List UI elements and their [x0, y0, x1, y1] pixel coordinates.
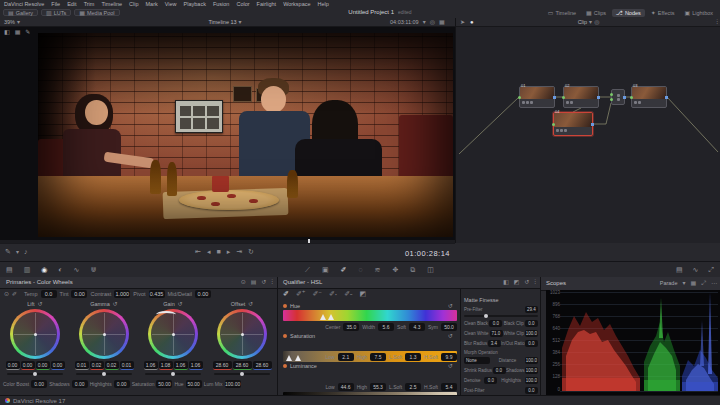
camera-raw-icon[interactable]: ▤	[6, 266, 13, 273]
reset-icon[interactable]: ↺	[448, 333, 453, 339]
reset-icon[interactable]: ↺	[178, 301, 183, 307]
menu-playback[interactable]: Playback	[184, 1, 206, 7]
panel-toggle-clips[interactable]: ▦ Clips	[582, 9, 610, 17]
node-view-mode[interactable]: Clip	[578, 19, 587, 25]
bars-mode-icon[interactable]: ▤	[251, 279, 257, 285]
panel-toggle-lightbox[interactable]: ▣ Lightbox	[681, 9, 717, 17]
sizing-icon[interactable]: ⧉	[410, 266, 415, 273]
gamma-b-value[interactable]: 0.01	[120, 361, 134, 370]
offset-master-slider[interactable]	[214, 373, 270, 375]
gear-icon[interactable]: ⊙	[241, 279, 246, 285]
menu-workspace[interactable]: Workspace	[283, 1, 310, 7]
offset-b-value[interactable]: 28.60	[253, 361, 272, 370]
lift-y-value[interactable]: 0.00	[6, 361, 20, 370]
node-02[interactable]: 02	[563, 86, 599, 108]
gain-y-value[interactable]: 1.06	[144, 361, 158, 370]
qualifier-icon[interactable]: ✐	[341, 266, 347, 273]
menu-color[interactable]: Color	[236, 1, 249, 7]
more-icon[interactable]: ⫶	[534, 279, 536, 285]
viewer-mini-timecode[interactable]: 04:03:11:09	[390, 19, 419, 25]
step-forward-button[interactable]: ▸	[227, 248, 231, 255]
menu-timeline[interactable]: Timeline	[101, 1, 122, 7]
shrink-radius-value[interactable]: 0.0	[493, 367, 506, 374]
color-warper-icon[interactable]: ⋓	[90, 266, 96, 273]
shadows-value[interactable]: 0.00	[72, 380, 88, 388]
lift-wheel[interactable]	[10, 309, 60, 359]
sat-lsoft-value[interactable]: 1.3	[405, 353, 421, 361]
expand-icon[interactable]: ⤢	[701, 280, 706, 286]
layout-icon[interactable]: ▦	[691, 280, 697, 286]
dot-icon[interactable]: ●	[470, 19, 474, 25]
menu-fairlight[interactable]: Fairlight	[257, 1, 277, 7]
menu-clip[interactable]: Clip	[129, 1, 138, 7]
gain-master-slider[interactable]	[145, 373, 201, 375]
jump-end-button[interactable]: ⇥	[236, 248, 242, 255]
chevron-down-icon[interactable]: ▾	[17, 19, 20, 25]
hue-sym-value[interactable]: 50.0	[441, 323, 457, 331]
luts-button[interactable]: ▥ LUTs	[41, 9, 71, 16]
stereo-icon[interactable]: ◫	[427, 266, 434, 273]
jump-start-button[interactable]: ⇤	[195, 248, 201, 255]
mid-detail-value[interactable]: 0.00	[195, 290, 211, 298]
loupe-icon[interactable]: ◎	[594, 19, 599, 25]
lift-master-slider[interactable]	[7, 373, 63, 375]
highlight-icon[interactable]: ✎	[25, 29, 30, 35]
panel-toggle-timeline[interactable]: ▭ Timeline	[544, 9, 580, 17]
curves-icon[interactable]: ∿	[74, 266, 80, 273]
layer-mixer-node[interactable]	[611, 89, 625, 105]
clean-black-value[interactable]: 0.0	[489, 320, 502, 327]
auto-balance-icon[interactable]: ⊙	[4, 291, 9, 297]
node-03[interactable]: 03	[631, 86, 667, 108]
softness-add-icon[interactable]: ✐˖	[329, 290, 337, 297]
split-view-icon[interactable]: ▦	[15, 29, 21, 35]
video-frame[interactable]	[38, 33, 453, 237]
unmix-icon[interactable]: ◧	[4, 29, 10, 35]
hdr-icon[interactable]: ◐	[58, 266, 62, 273]
lift-b-value[interactable]: 0.00	[51, 361, 65, 370]
menu-mark[interactable]: Mark	[146, 1, 158, 7]
media-pool-button[interactable]: ▦ Media Pool	[74, 9, 119, 16]
menu-fusion[interactable]: Fusion	[213, 1, 230, 7]
pre-filter-slider[interactable]	[464, 315, 538, 317]
blur-radius-value[interactable]: 3.4	[488, 340, 501, 347]
parade-scope[interactable]: 1023 896 768 640 512 384 256 128 0	[546, 290, 720, 395]
scope-mode-dropdown[interactable]: Parade	[660, 280, 678, 286]
reset-icon[interactable]: ↺	[248, 301, 253, 307]
color-wheels-icon[interactable]: ◉	[41, 266, 47, 273]
gamma-g-value[interactable]: 0.02	[105, 361, 119, 370]
gamma-master-slider[interactable]	[76, 373, 132, 375]
contrast-value[interactable]: 1.000	[114, 290, 130, 298]
hue-value[interactable]: 50.00	[186, 380, 202, 388]
post-filter-value[interactable]: 0.0	[525, 387, 538, 394]
highlight-icon[interactable]: ◧	[503, 279, 509, 285]
sat-high-value[interactable]: 7.5	[370, 353, 386, 361]
chevron-down-icon[interactable]: ▾	[16, 249, 19, 255]
lum-lsoft-value[interactable]: 2.5	[405, 383, 421, 391]
pivot-value[interactable]: 0.435	[149, 290, 165, 298]
node-04-selected[interactable]: 04	[553, 112, 593, 136]
gallery-button[interactable]: ▤ Gallery	[3, 9, 38, 16]
gamma-r-value[interactable]: 0.02	[90, 361, 104, 370]
lift-g-value[interactable]: 0.00	[36, 361, 50, 370]
invert-icon[interactable]: ◩	[514, 279, 520, 285]
picker-icon[interactable]: ✐	[12, 291, 17, 297]
morph-mode-dropdown[interactable]: None	[464, 357, 490, 364]
mf-highlights-value[interactable]: 100.0	[525, 377, 538, 384]
gain-g-value[interactable]: 1.06	[174, 361, 188, 370]
motion-effects-icon[interactable]: ⟋	[305, 266, 310, 273]
chevron-down-icon[interactable]: ▾	[589, 19, 592, 25]
chevron-down-icon[interactable]: ▾	[683, 280, 686, 286]
lum-low-value[interactable]: 44.6	[338, 383, 354, 391]
hue-soft-value[interactable]: 4.3	[409, 323, 425, 331]
timeline-name[interactable]: Timeline 13	[208, 19, 236, 25]
keyframes-icon[interactable]: ▤	[676, 266, 683, 273]
reset-icon[interactable]: ↺	[261, 279, 266, 285]
more-icon[interactable]: ⋯	[711, 280, 717, 286]
gamma-y-value[interactable]: 0.01	[75, 361, 89, 370]
color-boost-value[interactable]: 0.00	[31, 380, 47, 388]
hue-range-bar[interactable]	[283, 310, 457, 321]
temp-value[interactable]: 0.0	[41, 290, 57, 298]
lift-r-value[interactable]: 0.00	[21, 361, 35, 370]
menu-edit[interactable]: Edit	[67, 1, 76, 7]
loop-button[interactable]: ↻	[248, 248, 254, 255]
